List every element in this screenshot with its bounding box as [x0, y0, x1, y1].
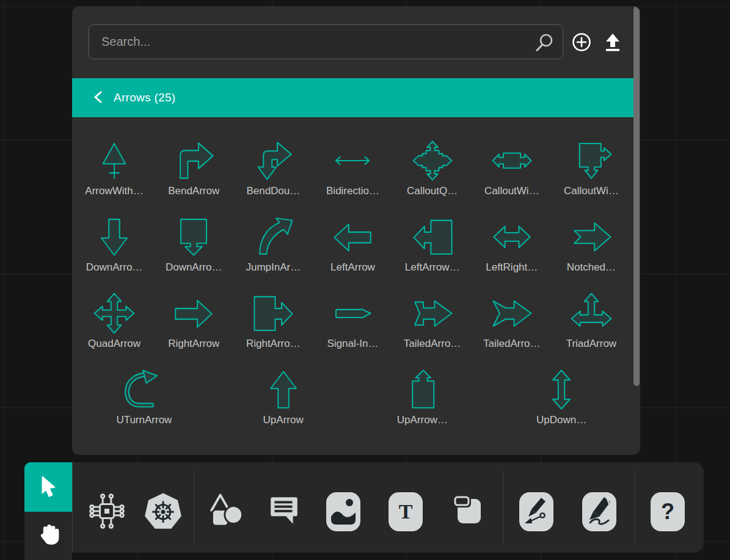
select-tool-button[interactable]: [24, 462, 72, 512]
components-tool-button[interactable]: [87, 492, 126, 531]
shape-label: TailedArro…: [483, 338, 541, 349]
text-icon: T: [399, 500, 413, 523]
up-arrow-callout-icon: [398, 367, 446, 411]
shape-item[interactable]: UpArrow…: [384, 367, 461, 426]
search-icon: [533, 31, 556, 57]
tailed-arrow-swallow-icon: [488, 291, 536, 335]
image-tool-button[interactable]: [326, 492, 360, 531]
shape-item[interactable]: JumpInAr…: [235, 214, 312, 273]
shape-label: LeftRight…: [486, 261, 538, 273]
shape-label: RightArrow: [168, 338, 219, 349]
pan-tool-button[interactable]: [24, 512, 72, 560]
shape-item[interactable]: CalloutWi…: [473, 138, 550, 197]
comment-tool-button[interactable]: [268, 495, 301, 528]
left-arrow-callout-icon: [409, 214, 456, 258]
callout-quad-arrow-icon: [409, 138, 456, 182]
shape-label: TailedArro…: [404, 338, 461, 349]
shape-item[interactable]: LeftArrow: [314, 214, 391, 273]
hand-icon: [36, 522, 60, 550]
sketch-tool-button[interactable]: [582, 492, 616, 531]
kubernetes-icon: [143, 491, 183, 533]
shape-label: Bidirectio…: [326, 185, 379, 197]
signal-in-icon: [329, 291, 376, 335]
cursor-icon: [37, 474, 60, 500]
upload-button[interactable]: [602, 31, 624, 53]
shape-item[interactable]: RightArro…: [235, 291, 312, 349]
shape-item[interactable]: Notched…: [553, 214, 630, 273]
bend-arrow-icon: [170, 138, 217, 182]
add-shape-button[interactable]: [571, 31, 593, 53]
shape-item[interactable]: CalloutQ…: [394, 138, 471, 197]
category-header: Arrows (25): [72, 78, 633, 117]
shape-label: Signal-In…: [327, 338, 378, 349]
down-arrow-callout-icon: [170, 214, 217, 258]
shape-label: LeftArrow: [330, 261, 375, 273]
shape-item[interactable]: QuadArrow: [76, 291, 153, 349]
plus-circle-icon: [571, 46, 593, 55]
panel-scrollbar[interactable]: [633, 6, 640, 386]
up-down-arrow-icon: [538, 367, 585, 411]
help-button[interactable]: ?: [651, 492, 685, 531]
sticky-note-icon: [453, 495, 484, 529]
toolbar-divider: [194, 471, 194, 544]
bidirectional-arrow-icon: [329, 138, 376, 182]
shape-item[interactable]: Bidirectio…: [314, 138, 391, 197]
callout-right-down-arrow-icon: [568, 138, 615, 182]
shape-item[interactable]: CalloutWi…: [553, 138, 630, 197]
shape-label: BendArrow: [168, 185, 219, 197]
shape-item[interactable]: TriadArrow: [553, 291, 630, 349]
shape-item[interactable]: RightArrow: [155, 291, 232, 349]
shape-label: ArrowWith…: [85, 185, 143, 197]
pen-arrow-icon: [519, 492, 553, 532]
canvas[interactable]: Arrows (25) ArrowWith… BendArrow: [0, 0, 730, 560]
shape-item[interactable]: DownArro…: [76, 214, 153, 273]
edge-pen-tool-button[interactable]: [519, 492, 553, 531]
shape-item[interactable]: LeftArrow…: [394, 214, 471, 273]
shape-label: QuadArrow: [88, 338, 141, 349]
shape-item[interactable]: Signal-In…: [314, 291, 391, 349]
shape-item[interactable]: UpArrow: [245, 367, 322, 426]
search-input[interactable]: [89, 24, 563, 59]
shape-label: UpDown…: [536, 414, 586, 426]
shapes-icon: [207, 493, 244, 531]
quad-arrow-icon: [90, 291, 138, 335]
u-turn-arrow-icon: [120, 367, 168, 411]
image-icon: [326, 492, 360, 532]
shapes-tool-button[interactable]: [207, 493, 244, 530]
shape-label: UpArrow…: [397, 414, 448, 426]
shape-item[interactable]: UpDown…: [523, 367, 600, 426]
text-tool-button[interactable]: T: [389, 492, 423, 531]
shape-item[interactable]: TailedArro…: [394, 291, 471, 349]
shape-label: RightArro…: [246, 338, 301, 349]
shape-item[interactable]: LeftRight…: [473, 214, 550, 273]
sticky-note-tool-button[interactable]: [453, 496, 484, 528]
shape-label: TriadArrow: [566, 338, 617, 349]
shape-item[interactable]: TailedArro…: [473, 291, 550, 349]
tailed-arrow-icon: [409, 291, 456, 335]
shape-item[interactable]: UTurnArrow: [106, 367, 183, 426]
shape-item[interactable]: BendArrow: [155, 138, 232, 197]
toolbar-divider: [503, 471, 503, 544]
shape-item[interactable]: BendDou…: [235, 138, 312, 197]
pointer-tool-column: [24, 462, 72, 560]
shape-label: BendDou…: [246, 185, 300, 197]
right-arrow-icon: [170, 291, 217, 335]
question-icon: ?: [661, 499, 674, 525]
bottom-toolbar: T: [72, 462, 704, 553]
toolbar-divider: [72, 462, 73, 553]
back-button[interactable]: [93, 90, 104, 106]
shape-item[interactable]: ArrowWith…: [76, 138, 153, 197]
left-right-arrow-icon: [488, 214, 536, 258]
shape-label: UTurnArrow: [116, 414, 172, 426]
shape-label: LeftArrow…: [405, 261, 460, 273]
notched-right-arrow-icon: [568, 214, 615, 258]
shape-label: JumpInAr…: [246, 261, 301, 273]
pencil-icon: [582, 492, 616, 532]
upload-icon: [602, 46, 624, 55]
comment-icon: [268, 495, 301, 529]
arrow-with-tail-icon: [90, 138, 138, 182]
shape-label: CalloutWi…: [484, 185, 539, 197]
shape-item[interactable]: DownArro…: [155, 214, 232, 273]
kubernetes-tool-button[interactable]: [143, 492, 183, 532]
up-arrow-icon: [260, 367, 307, 411]
